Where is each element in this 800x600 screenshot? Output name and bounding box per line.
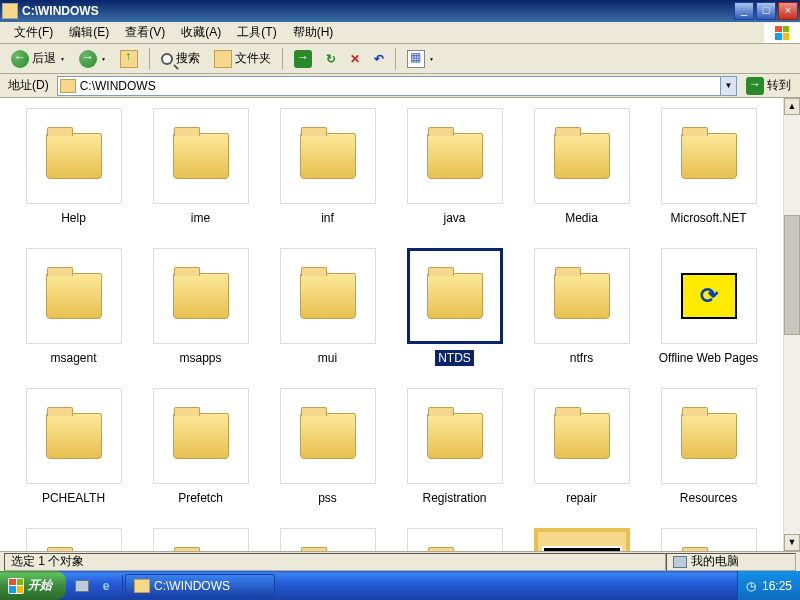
back-icon (11, 50, 29, 68)
address-dropdown-button[interactable]: ▼ (720, 77, 736, 95)
folder-item[interactable]: PCHEALTH (10, 388, 137, 528)
item-label: ntfrs (567, 350, 596, 366)
folder-item[interactable]: java (391, 108, 518, 248)
menu-favorites[interactable]: 收藏(A) (173, 22, 229, 43)
menu-bar: 文件(F) 编辑(E) 查看(V) 收藏(A) 工具(T) 帮助(H) (0, 22, 800, 44)
desktop-icon (75, 580, 89, 592)
menu-edit[interactable]: 编辑(E) (61, 22, 117, 43)
folder-item[interactable]: repair (518, 388, 645, 528)
goto-icon (294, 50, 312, 68)
folder-icon (300, 413, 356, 459)
windows-start-icon (8, 578, 24, 594)
folder-item[interactable]: ▣ (518, 528, 645, 551)
folders-button[interactable]: 文件夹 (209, 47, 276, 71)
separator (395, 48, 396, 70)
taskbar-folder-icon (134, 579, 150, 593)
folder-item[interactable]: Media (518, 108, 645, 248)
status-bar: 选定 1 个对象 我的电脑 (0, 551, 800, 571)
scroll-down-button[interactable]: ▼ (784, 534, 800, 551)
folders-icon (214, 50, 232, 68)
up-button[interactable] (115, 47, 143, 71)
folder-item[interactable]: Help (10, 108, 137, 248)
folder-icon (427, 413, 483, 459)
menu-file[interactable]: 文件(F) (6, 22, 61, 43)
forward-dropdown-icon[interactable]: ▼ (101, 56, 106, 62)
item-label: msagent (47, 350, 99, 366)
search-label: 搜索 (176, 50, 200, 67)
scroll-track[interactable] (784, 115, 800, 534)
forward-button[interactable]: ▼ (74, 47, 111, 71)
folder-icon (46, 133, 102, 179)
folder-icon (427, 273, 483, 319)
close-button[interactable]: × (778, 2, 798, 20)
folder-item[interactable]: Prefetch (137, 388, 264, 528)
folder-item[interactable] (137, 528, 264, 551)
folder-icon (681, 413, 737, 459)
clock: 16:25 (762, 579, 792, 593)
scroll-up-button[interactable]: ▲ (784, 98, 800, 115)
back-dropdown-icon[interactable]: ▼ (60, 56, 65, 62)
address-input[interactable]: C:\WINDOWS ▼ (57, 76, 737, 96)
toolbar: 后退 ▼ ▼ 搜索 文件夹 ↻ ✕ ↶ ▼ (0, 44, 800, 74)
quick-launch-desktop[interactable] (72, 575, 92, 597)
status-location: 我的电脑 (666, 553, 796, 571)
window-title: C:\WINDOWS (22, 4, 734, 18)
folder-item[interactable]: ⟳Offline Web Pages (645, 248, 772, 388)
item-label: inf (318, 210, 337, 226)
maximize-button[interactable]: □ (756, 2, 776, 20)
folder-item[interactable]: Registration (391, 388, 518, 528)
folder-item[interactable] (645, 528, 772, 551)
folder-item[interactable] (10, 528, 137, 551)
minimize-button[interactable]: _ (734, 2, 754, 20)
tool-undo-button[interactable]: ↶ (369, 49, 389, 69)
item-label: Registration (419, 490, 489, 506)
quick-launch: e (66, 575, 123, 597)
vertical-scrollbar[interactable]: ▲ ▼ (783, 98, 800, 551)
folder-item[interactable]: pss (264, 388, 391, 528)
separator (149, 48, 150, 70)
up-icon (120, 50, 138, 68)
folder-item[interactable]: inf (264, 108, 391, 248)
menu-view[interactable]: 查看(V) (117, 22, 173, 43)
menu-tools[interactable]: 工具(T) (229, 22, 284, 43)
tool-delete-button[interactable]: ✕ (345, 49, 365, 69)
quick-launch-ie[interactable]: e (96, 575, 116, 597)
taskbar-window-button[interactable]: C:\WINDOWS (125, 574, 275, 598)
folder-icon (300, 133, 356, 179)
folder-item[interactable]: NTDS (391, 248, 518, 388)
item-label: Resources (677, 490, 740, 506)
status-location-label: 我的电脑 (691, 553, 739, 570)
item-label: Media (562, 210, 601, 226)
delete-icon: ✕ (350, 52, 360, 66)
system-tray[interactable]: ◷ 16:25 (737, 571, 800, 600)
folder-item[interactable]: mui (264, 248, 391, 388)
folder-item[interactable]: ime (137, 108, 264, 248)
folder-item[interactable]: Microsoft.NET (645, 108, 772, 248)
forward-icon (79, 50, 97, 68)
menu-help[interactable]: 帮助(H) (285, 22, 342, 43)
folder-item[interactable]: ntfrs (518, 248, 645, 388)
item-label: Offline Web Pages (656, 350, 762, 366)
item-label: PCHEALTH (39, 490, 108, 506)
back-button[interactable]: 后退 ▼ (6, 47, 70, 71)
folder-item[interactable] (264, 528, 391, 551)
folder-item[interactable]: Resources (645, 388, 772, 528)
item-label: mui (315, 350, 340, 366)
scroll-thumb[interactable] (784, 215, 800, 335)
tool-refresh-button[interactable]: ↻ (321, 49, 341, 69)
views-dropdown-icon[interactable]: ▼ (429, 56, 434, 62)
folder-item[interactable]: msapps (137, 248, 264, 388)
folder-item[interactable] (391, 528, 518, 551)
separator (282, 48, 283, 70)
folder-item[interactable]: msagent (10, 248, 137, 388)
views-button[interactable]: ▼ (402, 47, 439, 71)
go-button[interactable]: 转到 (741, 74, 796, 98)
search-button[interactable]: 搜索 (156, 47, 205, 70)
offline-sync-icon: ⟳ (681, 273, 737, 319)
start-button[interactable]: 开始 (0, 571, 66, 600)
address-bar: 地址(D) C:\WINDOWS ▼ 转到 (0, 74, 800, 98)
status-text: 选定 1 个对象 (4, 553, 666, 571)
tray-icon[interactable]: ◷ (746, 579, 756, 593)
back-label: 后退 (32, 50, 56, 67)
tool-goto-button[interactable] (289, 47, 317, 71)
